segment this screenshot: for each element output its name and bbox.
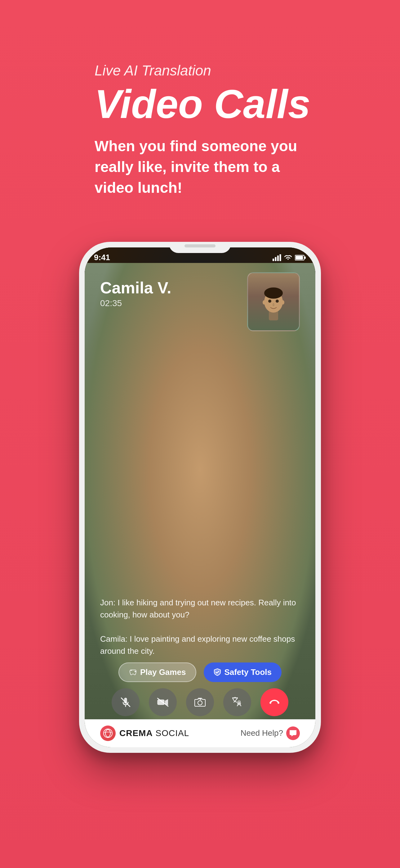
mute-button[interactable]	[112, 688, 139, 716]
video-off-button[interactable]	[149, 688, 177, 716]
video-off-icon	[157, 698, 169, 707]
svg-point-24	[104, 729, 112, 738]
self-view-thumbnail	[247, 272, 300, 331]
crema-logo-icon	[100, 725, 116, 741]
end-call-icon	[268, 698, 280, 706]
help-chat-icon[interactable]	[286, 726, 300, 740]
shield-icon	[214, 668, 221, 676]
play-games-label: Play Games	[140, 668, 186, 677]
need-help-label: Need Help?	[241, 728, 283, 738]
status-icons	[272, 254, 306, 261]
self-view-face	[248, 273, 299, 330]
brand-name: CREMA SOCIAL	[120, 728, 189, 738]
main-title: Video Calls	[95, 82, 318, 126]
phone-screen: 9:41	[85, 247, 315, 747]
chat-icon-svg	[289, 730, 297, 737]
camila-message: Camila: I love painting and exploring ne…	[100, 634, 295, 656]
battery-icon	[295, 254, 306, 261]
phone-outer: 9:41	[79, 242, 321, 753]
controls-row	[85, 688, 315, 716]
page-wrapper: Live AI Translation Video Calls When you…	[0, 0, 400, 868]
signal-icon	[272, 254, 281, 261]
translate-icon	[231, 696, 243, 708]
game-icon	[129, 669, 137, 676]
brand-logo: CREMA SOCIAL	[100, 725, 189, 741]
hero-section: Live AI Translation Video Calls When you…	[82, 62, 318, 198]
notch-inner	[185, 244, 215, 247]
wifi-icon	[284, 254, 292, 261]
camera-flip-icon	[194, 697, 206, 708]
svg-point-10	[268, 300, 271, 303]
svg-point-20	[198, 701, 202, 705]
svg-rect-0	[272, 258, 274, 261]
action-buttons: Play Games Safety Tools	[85, 662, 315, 682]
svg-point-25	[105, 730, 110, 737]
svg-point-11	[276, 300, 279, 303]
person-face-svg	[258, 283, 289, 320]
translate-button[interactable]	[223, 688, 251, 716]
end-call-button[interactable]	[261, 688, 288, 716]
play-games-button[interactable]: Play Games	[119, 662, 196, 682]
svg-rect-5	[296, 256, 303, 259]
svg-rect-1	[275, 257, 276, 261]
caller-info: Camila V. 02:35	[100, 278, 171, 308]
svg-point-12	[263, 300, 266, 305]
call-duration: 02:35	[100, 298, 171, 308]
need-help[interactable]: Need Help?	[241, 726, 300, 740]
svg-point-9	[264, 287, 283, 299]
chat-transcript: Jon: I like hiking and trying out new re…	[100, 597, 300, 657]
mic-off-icon	[120, 696, 131, 708]
subtitle: When you find someone you really like, i…	[95, 136, 318, 198]
svg-rect-6	[304, 256, 306, 259]
logo-svg	[103, 728, 113, 738]
phone-mockup: 9:41	[79, 242, 321, 753]
svg-rect-2	[277, 255, 279, 261]
status-time: 9:41	[94, 253, 110, 262]
svg-point-13	[281, 300, 284, 305]
phone-bottom-bar: CREMA SOCIAL Need Help?	[85, 719, 315, 747]
caller-name: Camila V.	[100, 278, 171, 297]
jon-message: Jon: I like hiking and trying out new re…	[100, 598, 296, 619]
svg-rect-3	[280, 254, 281, 261]
phone-notch	[169, 242, 231, 253]
camera-flip-button[interactable]	[186, 688, 214, 716]
live-ai-label: Live AI Translation	[95, 62, 318, 79]
chat-overlay: Jon: I like hiking and trying out new re…	[100, 597, 300, 657]
safety-tools-label: Safety Tools	[224, 668, 272, 677]
safety-tools-button[interactable]: Safety Tools	[204, 662, 281, 682]
